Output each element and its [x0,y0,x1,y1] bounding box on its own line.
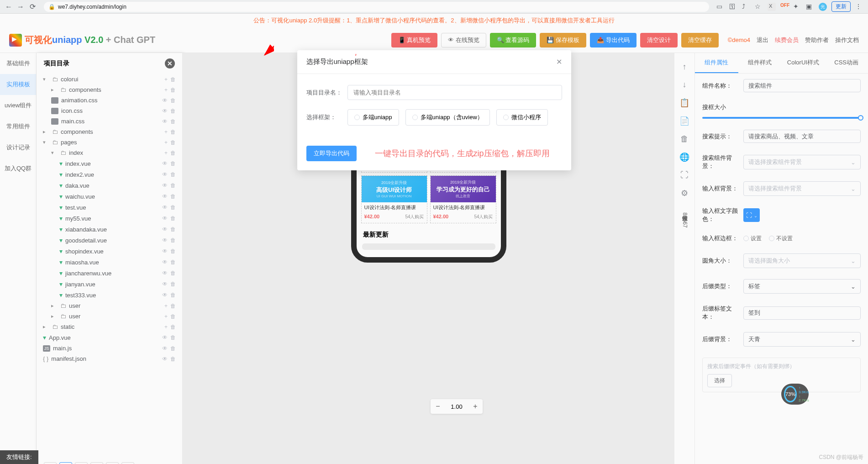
framework-opt-wechat[interactable]: 微信小程序 [496,109,548,126]
speed-stats: ↑ 3.9K/s ↓ 2.7K/s [799,386,809,402]
footer-links: 友情链接: [0,450,38,464]
modal-actions: 立即导出代码 一键导出目录的代码，生成zip压缩包，解压即用 [297,146,571,170]
speed-widget: 73% ↑ 3.9K/s ↓ 2.7K/s [781,384,809,405]
dir-name-input[interactable] [347,85,562,100]
modal-close-button[interactable]: ✕ [556,58,562,66]
export-hint-text: 一键导出目录的代码，生成zip压缩包，解压即用 [375,148,550,159]
export-now-button[interactable]: 立即导出代码 [306,146,357,161]
framework-opt-uview[interactable]: 多端uniapp（含uview） [405,109,490,126]
dir-name-label: 项目目录名： [306,89,347,97]
speed-percent: 73% [784,386,797,402]
framework-label: 选择框架： [306,113,347,121]
framework-options: 多端uniapp 多端uniapp（含uview） 微信小程序 [347,109,548,126]
framework-row: 选择框架： 多端uniapp 多端uniapp（含uview） 微信小程序 [306,109,562,126]
modal-overlay: 选择导出uniapp框架 ✕ 项目目录名： 选择框架： 多端uniapp 多端u… [0,0,868,464]
export-modal: 选择导出uniapp框架 ✕ 项目目录名： 选择框架： 多端uniapp 多端u… [297,50,571,170]
watermark: CSDN @前端杨哥 [819,453,863,461]
annotation-arrow-1 [64,9,274,64]
annotation-arrow-2 [137,9,274,64]
framework-opt-uniapp[interactable]: 多端uniapp [347,109,399,126]
modal-body: 项目目录名： 选择框架： 多端uniapp 多端uniapp（含uview） 微… [297,74,571,146]
modal-header: 选择导出uniapp框架 ✕ [297,50,571,74]
svg-line-0 [265,9,274,55]
dir-name-row: 项目目录名： [306,85,562,100]
modal-title: 选择导出uniapp框架 [306,58,368,66]
